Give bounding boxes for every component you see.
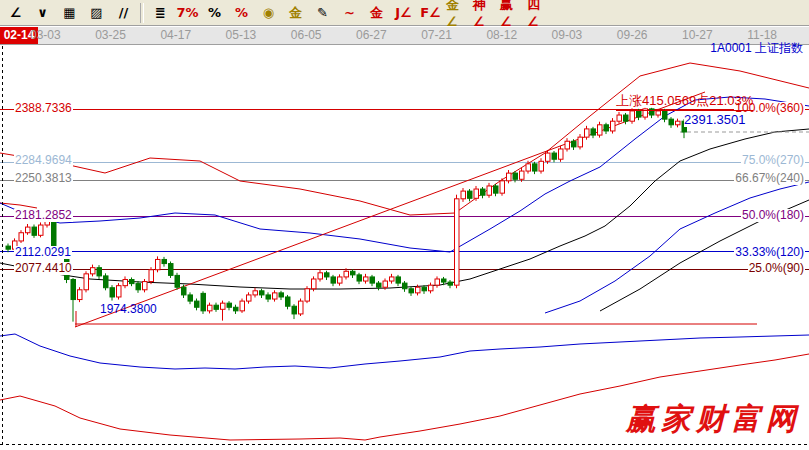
percent-7-icon[interactable]: 7% [175, 1, 200, 24]
date-label: 04-17 [160, 28, 191, 42]
toolbar-separator [140, 3, 144, 23]
grid-tool-icon[interactable]: ▦ [57, 1, 82, 24]
candle-down [533, 164, 538, 171]
j-angle-icon[interactable]: J∠ [391, 1, 416, 24]
candle-down [331, 277, 336, 283]
candle-down [468, 191, 473, 198]
gold-coin-icon[interactable]: ◉ [256, 1, 281, 24]
candle-down [604, 125, 609, 131]
kline-chart-area[interactable]: 1A0001 上证指数 上涨415.0569点21.03% 2391.3501 … [0, 46, 809, 450]
brush-tool-icon[interactable]: ✎ [310, 1, 335, 24]
candle-down [377, 283, 382, 287]
base-low-label: 1974.3800 [100, 302, 157, 316]
candle-up [240, 301, 245, 311]
level-pct-66: 66.67%(240) [734, 172, 805, 185]
candle-down [396, 277, 401, 283]
candle-up [630, 111, 635, 121]
level-pct-33: 33.33%(120) [734, 246, 805, 259]
f-angle-icon[interactable]: F∠ [418, 1, 443, 24]
candle-down [494, 186, 499, 193]
candle-up [338, 277, 343, 283]
level-price-100: 2388.7336 [14, 102, 73, 115]
candle-up [598, 125, 603, 135]
wave-tool-icon[interactable]: ~ [337, 1, 362, 24]
parallel-lines-icon[interactable]: // [111, 1, 136, 24]
level-pct-50: 50.0%(180) [741, 209, 805, 222]
gann-fan-icon[interactable]: ∠ [3, 1, 28, 24]
candle-up [84, 274, 89, 290]
level-price-33: 2112.0291 [14, 246, 72, 259]
candle-up [299, 301, 304, 314]
candle-down [370, 277, 375, 283]
zigzag-wave-icon[interactable]: ∨ [30, 1, 55, 24]
candle-up [117, 286, 122, 297]
level-price-66: 2250.3813 [14, 172, 73, 185]
si-angle-icon[interactable]: 四∠ [526, 1, 551, 24]
candle-down [403, 283, 408, 289]
candle-up [565, 141, 570, 149]
candle-down [195, 301, 200, 307]
candle-up [123, 280, 128, 286]
candle-down [175, 275, 180, 287]
candle-up [253, 291, 258, 295]
candle-down [279, 293, 284, 297]
date-label: 06-05 [291, 28, 322, 42]
candle-down [110, 288, 115, 297]
date-label: 03-25 [95, 28, 126, 42]
candle-down [214, 305, 219, 309]
candle-down [637, 111, 642, 117]
candle-up [507, 173, 512, 181]
candle-down [292, 306, 297, 314]
candle-up [78, 290, 83, 300]
candle-up [585, 129, 590, 137]
candle-down [669, 119, 674, 125]
rise-annotation: 上涨415.0569点21.03% [616, 92, 753, 111]
candle-up [429, 285, 434, 291]
date-label: 07-21 [421, 28, 452, 42]
candle-up [273, 293, 278, 299]
candle-up [39, 225, 44, 235]
gold-level-icon[interactable]: 金 [283, 1, 308, 24]
level-price-25: 2077.4410 [14, 262, 73, 275]
date-axis: 02-1403-0303-2504-1705-1306-0506-2707-21… [0, 27, 809, 45]
site-watermark: 赢家财富网 [626, 399, 801, 440]
grid-arrow-icon[interactable]: ▨ [84, 1, 109, 24]
gold-box-icon[interactable]: 金 [364, 1, 389, 24]
date-label: 09-26 [617, 28, 648, 42]
candle-down [325, 273, 330, 277]
candle-down [624, 115, 629, 121]
candle-down [136, 284, 141, 290]
gold-angle-icon[interactable]: 金∠ [445, 1, 470, 24]
candle-down [71, 280, 76, 300]
date-label: 08-12 [486, 28, 517, 42]
candle-up [383, 281, 388, 287]
candle-down [286, 297, 291, 306]
candle-up [676, 121, 681, 125]
level-price-75: 2284.9694 [14, 154, 73, 167]
candle-up [617, 115, 622, 121]
candle-down [448, 282, 453, 285]
candle-up [474, 189, 479, 198]
percent-icon[interactable]: % [202, 1, 227, 24]
candle-up [208, 305, 213, 311]
candle-up [19, 233, 24, 241]
candle-up [156, 259, 161, 269]
candle-up [344, 271, 349, 277]
candle-down [169, 264, 174, 276]
kline-detail-icon[interactable]: ≣ [148, 1, 173, 24]
candle-down [513, 173, 518, 179]
upper-band-red [0, 63, 809, 215]
candle-up [487, 186, 492, 195]
level-pct-75: 75.0%(270) [741, 154, 805, 167]
candle-up [526, 164, 531, 171]
candle-up [26, 227, 31, 233]
ying-angle-icon[interactable]: 赢∠ [499, 1, 524, 24]
date-label: 06-27 [356, 28, 387, 42]
shen-angle-icon[interactable]: 神∠ [472, 1, 497, 24]
candle-down [201, 293, 206, 310]
candle-up [390, 277, 395, 281]
candle-down [260, 291, 265, 295]
lower-band-blue [0, 334, 809, 369]
percent-line-icon[interactable]: % [229, 1, 254, 24]
candle-down [32, 227, 37, 235]
